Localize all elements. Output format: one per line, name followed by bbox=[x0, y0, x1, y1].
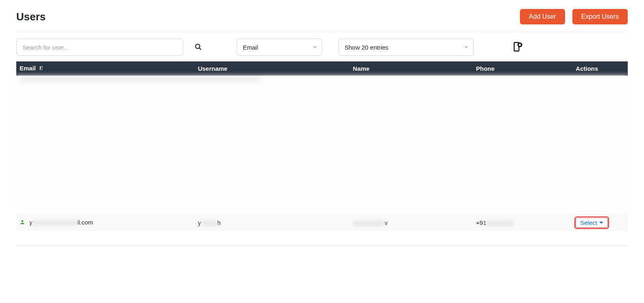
search-button[interactable] bbox=[192, 41, 204, 54]
table-row[interactable]: yil.com yh v +91 Select bbox=[16, 214, 628, 231]
cell-actions: Select bbox=[572, 214, 628, 231]
svg-line-1 bbox=[199, 48, 201, 50]
column-header-actions: Actions bbox=[572, 61, 628, 76]
header-buttons: Add User Export Users bbox=[520, 9, 628, 24]
column-header-email-label: Email bbox=[20, 65, 36, 72]
column-header-name[interactable]: Name bbox=[349, 61, 473, 76]
svg-text:A: A bbox=[41, 66, 43, 68]
cell-username: yh bbox=[194, 214, 349, 231]
svg-text:Z: Z bbox=[41, 68, 43, 70]
search-input[interactable] bbox=[16, 39, 183, 56]
user-icon bbox=[20, 219, 25, 226]
redacted-segment bbox=[353, 220, 384, 226]
username-prefix: y bbox=[198, 219, 201, 226]
filter-by-select[interactable]: Email bbox=[237, 39, 322, 56]
email-prefix: y bbox=[29, 219, 33, 226]
table-header-row: Email AZ Username Name Phone Actions bbox=[16, 61, 628, 76]
export-users-button[interactable]: Export Users bbox=[572, 9, 628, 24]
cell-phone: +91 bbox=[473, 214, 572, 231]
cell-email: yil.com bbox=[16, 214, 194, 231]
column-header-email[interactable]: Email AZ bbox=[16, 61, 194, 76]
redacted-segment bbox=[486, 220, 514, 226]
users-table-wrap: Email AZ Username Name Phone Actions bbox=[16, 61, 628, 246]
cell-name: v bbox=[349, 214, 473, 231]
page-header: Users Add User Export Users bbox=[16, 9, 628, 32]
redacted-segment bbox=[201, 220, 217, 226]
row-action-select-button[interactable]: Select bbox=[576, 218, 608, 228]
name-suffix: v bbox=[384, 219, 388, 226]
page-title: Users bbox=[16, 11, 46, 23]
entries-select[interactable]: Show 20 entries bbox=[338, 39, 474, 56]
column-header-username[interactable]: Username bbox=[194, 61, 349, 76]
column-header-phone[interactable]: Phone bbox=[473, 61, 572, 76]
row-action-select-label: Select bbox=[580, 219, 597, 226]
svg-point-8 bbox=[22, 220, 24, 222]
filters-bar: Email Show 20 entries bbox=[16, 39, 628, 61]
email-suffix: il.com bbox=[77, 219, 93, 226]
import-user-button[interactable] bbox=[512, 41, 523, 54]
search-icon bbox=[194, 46, 202, 52]
caret-down-icon bbox=[599, 222, 603, 224]
phone-prefix: +91 bbox=[476, 219, 486, 226]
sort-az-icon: AZ bbox=[39, 65, 45, 72]
device-add-icon bbox=[512, 48, 523, 54]
users-table: Email AZ Username Name Phone Actions bbox=[16, 61, 628, 231]
redacted-content bbox=[16, 76, 628, 214]
username-suffix: h bbox=[217, 219, 220, 226]
table-rows-redacted bbox=[16, 76, 628, 214]
add-user-button[interactable]: Add User bbox=[520, 9, 565, 24]
redacted-segment bbox=[33, 220, 77, 226]
